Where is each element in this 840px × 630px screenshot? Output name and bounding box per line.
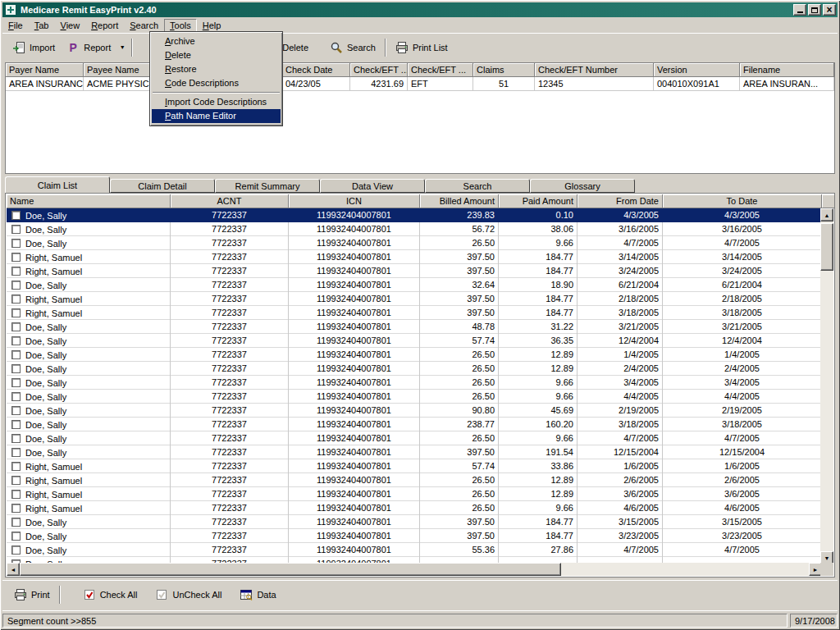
row-checkbox[interactable]: [11, 448, 21, 457]
claim-row[interactable]: Doe, Sally7722337119932404007801397.5019…: [7, 445, 822, 459]
claim-col-billed-amount[interactable]: Billed Amount: [420, 194, 499, 208]
close-button[interactable]: ×: [823, 4, 836, 16]
claim-row[interactable]: Doe, Sally772233711993240400780126.509.6…: [7, 236, 822, 250]
claim-row[interactable]: Doe, Sally772233711993240400780148.7831.…: [7, 320, 822, 334]
menu-tab[interactable]: Tab: [29, 19, 55, 32]
claim-col-to-date[interactable]: To Date: [663, 194, 822, 208]
tools-menu-item-delete[interactable]: Delete: [152, 48, 281, 62]
remit-col-check-eft-number[interactable]: Check/EFT Number: [535, 63, 654, 77]
remit-row[interactable]: AREA INSURANCE ACME PHYSICIA... 04/23/05…: [6, 77, 834, 91]
row-checkbox[interactable]: [11, 294, 21, 304]
claim-col-name[interactable]: Name: [7, 194, 171, 208]
scroll-up-button[interactable]: ▲: [820, 208, 833, 221]
menu-tools[interactable]: Tools: [164, 19, 197, 32]
tab-remit-summary[interactable]: Remit Summary: [215, 179, 320, 193]
claim-col-from-date[interactable]: From Date: [578, 194, 663, 208]
claim-row[interactable]: Doe, Sally7722337119932404007801239.830.…: [7, 208, 822, 222]
claim-row[interactable]: Doe, Sally772233711993240400780156.7238.…: [7, 222, 822, 236]
data-button[interactable]: Data: [234, 583, 281, 606]
remit-col-version[interactable]: Version: [654, 63, 740, 77]
row-checkbox[interactable]: [11, 281, 21, 290]
maximize-button[interactable]: [808, 4, 821, 16]
row-checkbox[interactable]: [11, 225, 21, 234]
tools-menu-item-archive[interactable]: Archive: [152, 34, 281, 48]
uncheck-all-button[interactable]: UnCheck All: [149, 583, 227, 606]
claim-col-acnt[interactable]: ACNT: [171, 194, 289, 208]
claim-row[interactable]: Doe, Sally772233711993240400780190.8045.…: [7, 404, 822, 418]
tab-claim-list[interactable]: Claim List: [5, 176, 110, 193]
claim-row[interactable]: Right, Samuel772233711993240400780126.50…: [7, 487, 822, 501]
claim-row[interactable]: Right, Samuel772233711993240400780126.50…: [7, 473, 822, 487]
claim-row[interactable]: Right, Samuel7722337119932404007801397.5…: [7, 250, 822, 264]
tab-search[interactable]: Search: [425, 179, 530, 193]
menu-report[interactable]: Report: [85, 19, 124, 32]
claim-col-paid-amount[interactable]: Paid Amount: [499, 194, 578, 208]
search-button[interactable]: Search: [324, 36, 381, 59]
report-button[interactable]: P Report: [61, 36, 116, 59]
claim-row[interactable]: Doe, Sally7722337119932404007801238.7716…: [7, 418, 822, 431]
row-checkbox[interactable]: [11, 308, 21, 317]
row-checkbox[interactable]: [11, 518, 21, 527]
remit-col-claims[interactable]: Claims: [473, 63, 535, 77]
horizontal-scroll-thumb[interactable]: [20, 563, 561, 576]
row-checkbox[interactable]: [11, 253, 21, 262]
claim-row[interactable]: Doe, Sally772233711993240400780126.5012.…: [7, 362, 822, 376]
tools-menu-item-path-name-editor[interactable]: Path Name Editor: [152, 109, 281, 123]
vertical-scrollbar[interactable]: ▲ ▼: [820, 208, 833, 564]
scroll-left-button[interactable]: ◄: [7, 563, 20, 576]
tools-menu-item-code-descriptions[interactable]: Code Descriptions: [152, 76, 281, 90]
claim-row[interactable]: Right, Samuel7722337119932404007801397.5…: [7, 264, 822, 278]
tools-menu-item-import-code-descriptions[interactable]: Import Code Descriptions: [152, 95, 281, 109]
row-checkbox[interactable]: [11, 420, 21, 429]
claim-row[interactable]: Right, Samuel7722337119932404007801397.5…: [7, 292, 822, 306]
row-checkbox[interactable]: [11, 350, 21, 359]
remit-col-check-eft-type[interactable]: Check/EFT ...: [408, 63, 473, 77]
row-checkbox[interactable]: [11, 476, 21, 485]
menu-help[interactable]: Help: [197, 19, 227, 32]
claim-row[interactable]: Doe, Sally772233711993240400780126.509.6…: [7, 431, 822, 445]
horizontal-scrollbar[interactable]: ◄ ►: [7, 563, 822, 576]
row-checkbox[interactable]: [11, 546, 21, 555]
claim-row[interactable]: Doe, Sally772233711993240400780126.5012.…: [7, 348, 822, 362]
claim-row[interactable]: Doe, Sally772233711993240400780157.7436.…: [7, 334, 822, 348]
tab-claim-detail[interactable]: Claim Detail: [110, 179, 215, 193]
claim-row[interactable]: Right, Samuel772233711993240400780157.74…: [7, 459, 822, 473]
row-checkbox[interactable]: [11, 434, 21, 443]
vertical-scroll-thumb[interactable]: [820, 223, 833, 271]
remit-col-filename[interactable]: Filename: [740, 63, 834, 77]
row-checkbox[interactable]: [11, 462, 21, 471]
tab-glossary[interactable]: Glossary: [530, 179, 635, 193]
claim-row[interactable]: Doe, Sally7722337119932404007801397.5018…: [7, 515, 822, 529]
claim-row[interactable]: Doe, Sally772233711993240400780126.509.6…: [7, 376, 822, 390]
row-checkbox[interactable]: [11, 504, 21, 513]
menu-file[interactable]: File: [2, 19, 29, 32]
claim-row[interactable]: Doe, Sally772233711993240400780155.3627.…: [7, 543, 822, 557]
minimize-button[interactable]: [793, 4, 806, 16]
claim-row[interactable]: Right, Samuel7722337119932404007801397.5…: [7, 306, 822, 320]
print-button[interactable]: Print: [8, 583, 56, 606]
row-checkbox[interactable]: [11, 322, 21, 331]
row-checkbox[interactable]: [11, 392, 21, 401]
tools-menu-item-restore[interactable]: Restore: [152, 62, 281, 76]
row-checkbox[interactable]: [11, 211, 21, 220]
row-checkbox[interactable]: [11, 364, 21, 373]
row-checkbox[interactable]: [11, 406, 21, 415]
remit-col-check-eft-amount[interactable]: Check/EFT ...: [350, 63, 408, 77]
report-dropdown-button[interactable]: ▼: [116, 37, 128, 58]
remit-col-payer-name[interactable]: Payer Name: [6, 63, 84, 77]
remit-col-payee-name[interactable]: Payee Name: [84, 63, 151, 77]
import-button[interactable]: Import: [7, 36, 61, 59]
claim-row[interactable]: Doe, Sally772233711993240400780132.6418.…: [7, 278, 822, 292]
row-checkbox[interactable]: [11, 490, 21, 499]
row-checkbox[interactable]: [11, 378, 21, 387]
row-checkbox[interactable]: [11, 267, 21, 276]
check-all-button[interactable]: Check All: [77, 583, 144, 606]
menu-search[interactable]: Search: [124, 19, 164, 32]
menu-view[interactable]: View: [55, 19, 86, 32]
claim-col-icn[interactable]: ICN: [289, 194, 420, 208]
claim-row[interactable]: Doe, Sally7722337119932404007801397.5018…: [7, 529, 822, 543]
claim-row[interactable]: Doe, Sally772233711993240400780126.509.6…: [7, 390, 822, 404]
row-checkbox[interactable]: [11, 336, 21, 345]
row-checkbox[interactable]: [11, 239, 21, 248]
remit-col-check-date[interactable]: Check Date: [282, 63, 350, 77]
